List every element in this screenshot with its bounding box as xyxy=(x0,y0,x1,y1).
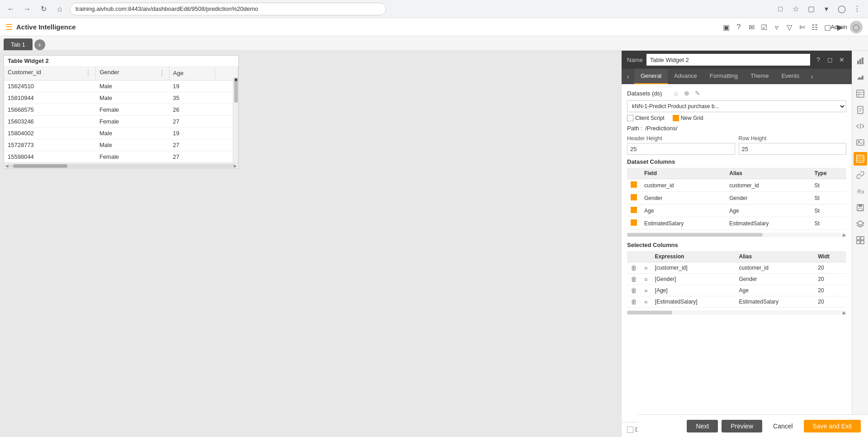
tab-theme[interactable]: Theme xyxy=(744,69,775,84)
tab-prev-button[interactable]: ‹ xyxy=(622,69,634,84)
col-check-3[interactable] xyxy=(631,219,637,226)
dataset-column-row: Gender Gender St xyxy=(627,192,846,204)
tab-advance[interactable]: Advance xyxy=(668,69,703,84)
sidebar-grid2-icon[interactable] xyxy=(854,233,867,247)
sidebar-area-chart-icon[interactable] xyxy=(854,71,867,84)
col-menu-gender[interactable]: ⋮ xyxy=(158,69,165,77)
url-text: training.aivhub.com:8443/aiv/dashboardEd… xyxy=(75,5,258,12)
delete-row-0[interactable]: 🗑 xyxy=(631,264,637,271)
col-header-type: Type xyxy=(811,168,846,179)
ds-add-icon[interactable]: ⊕ xyxy=(682,89,691,98)
selected-columns-table: Expression Alias Widt 🗑 = [customer_id] … xyxy=(627,251,846,308)
tab-1-label: Tab 1 xyxy=(11,41,25,48)
delete-row-2[interactable]: 🗑 xyxy=(631,287,637,294)
svg-text:Rx: Rx xyxy=(857,188,864,195)
dataset-column-row: Age Age St xyxy=(627,204,846,217)
sel-col-header-alias: Alias xyxy=(736,251,815,262)
delete-row-3[interactable]: 🗑 xyxy=(631,298,637,305)
col-customer-id: Customer_id ⋮ xyxy=(4,66,96,81)
save-exit-button[interactable]: Save and Exit xyxy=(804,420,852,432)
panel-header: Name ? ◻ ✕ xyxy=(622,51,852,69)
sidebar-link-icon[interactable] xyxy=(854,168,867,182)
extensions-button[interactable]: ▾ xyxy=(820,3,833,15)
vertical-scrollbar[interactable]: ▲ ▼ xyxy=(233,78,238,163)
data-table: Customer_id ⋮ Gender ⋮ Age xyxy=(4,66,238,163)
sel-col-header-widt: Widt xyxy=(814,251,846,262)
header-height-input[interactable] xyxy=(627,143,735,155)
grid-icon[interactable]: ☷ xyxy=(809,22,820,33)
close-panel-icon[interactable]: ✕ xyxy=(837,55,846,64)
preview-button[interactable]: Preview xyxy=(722,420,762,432)
table-row: 15668575 Female 26 xyxy=(4,104,238,116)
new-grid-checkbox[interactable] xyxy=(673,115,679,121)
play-icon[interactable]: ▶ xyxy=(835,22,845,33)
filter-icon[interactable]: ▿ xyxy=(771,22,782,33)
tab-bar: Tab 1 + xyxy=(0,36,868,51)
comment-icon[interactable]: ☑ xyxy=(759,22,769,33)
ds-edit-icon[interactable]: ✎ xyxy=(693,89,702,98)
col-menu-customer[interactable]: ⋮ xyxy=(85,69,92,77)
cancel-button[interactable]: Cancel xyxy=(766,420,800,432)
columns-horizontal-scroll[interactable]: ▶ xyxy=(627,233,846,237)
delete-row-1[interactable]: 🗑 xyxy=(631,276,637,283)
sidebar-document-icon[interactable] xyxy=(854,103,867,117)
scissors-icon[interactable]: ✄ xyxy=(797,22,807,33)
sidebar-table2-icon[interactable] xyxy=(854,152,867,166)
menu-button[interactable]: ⋮ xyxy=(851,3,863,15)
add-tab-button[interactable]: + xyxy=(34,39,45,50)
app-title: Active Intelligence xyxy=(16,23,76,31)
selected-cols-scroll[interactable]: ▶ xyxy=(627,310,846,315)
col-header-alias: Alias xyxy=(726,168,811,179)
svg-rect-0 xyxy=(857,61,859,64)
help-icon[interactable]: ? xyxy=(733,22,744,33)
panel-name-input[interactable] xyxy=(646,54,810,66)
sidebar-code-icon[interactable] xyxy=(854,119,867,133)
mail-icon[interactable]: ✉ xyxy=(746,22,757,33)
screenshot-button[interactable]: ▢ xyxy=(805,3,817,15)
dataset-columns-table: Field Alias Type customer_id customer_id… xyxy=(627,168,846,230)
monitor-icon[interactable]: ▢ xyxy=(822,22,833,33)
ds-home-icon[interactable]: ⌂ xyxy=(671,89,680,98)
row-height-input[interactable] xyxy=(739,143,847,155)
panel-name-label: Name xyxy=(627,57,643,63)
bookmark-icon[interactable]: ▣ xyxy=(721,22,731,33)
star-button[interactable]: ☆ xyxy=(789,3,802,15)
canvas-area: Table Widget 2 Customer_id ⋮ Gender ⋮ xyxy=(0,51,621,437)
col-check-0[interactable] xyxy=(631,181,637,188)
right-sidebar: Rx xyxy=(852,51,868,437)
delete-all-checkbox[interactable] xyxy=(627,427,633,433)
svg-rect-25 xyxy=(857,241,860,244)
cast-button[interactable]: □ xyxy=(774,3,787,15)
reload-button[interactable]: ↻ xyxy=(37,3,50,15)
sidebar-table-icon[interactable] xyxy=(854,87,867,100)
client-script-checkbox[interactable] xyxy=(627,115,633,121)
main-layout: Table Widget 2 Customer_id ⋮ Gender ⋮ xyxy=(0,51,868,437)
browser-chrome: ← → ↻ ⌂ training.aivhub.com:8443/aiv/das… xyxy=(0,0,868,18)
url-bar[interactable]: training.aivhub.com:8443/aiv/dashboardEd… xyxy=(70,3,386,15)
tab-general[interactable]: General xyxy=(634,69,668,84)
tab-next-button[interactable]: › xyxy=(806,69,818,84)
tab-1[interactable]: Tab 1 xyxy=(4,38,33,50)
dataset-columns-title: Dataset Columns xyxy=(627,158,846,165)
sidebar-save-icon[interactable] xyxy=(854,201,867,214)
horizontal-scrollbar[interactable]: ◀ ▶ xyxy=(4,163,238,168)
sidebar-chart-bar-icon[interactable] xyxy=(854,54,867,68)
sidebar-image-icon[interactable] xyxy=(854,136,867,149)
home-button[interactable]: ⌂ xyxy=(53,3,66,15)
hamburger-icon[interactable]: ☰ xyxy=(5,22,13,32)
forward-button[interactable]: → xyxy=(21,3,33,15)
sidebar-layers-icon[interactable] xyxy=(854,217,867,231)
col-check-1[interactable] xyxy=(631,194,637,200)
help-panel-icon[interactable]: ? xyxy=(814,55,823,64)
filter2-icon[interactable]: ▽ xyxy=(784,22,795,33)
resize-panel-icon[interactable]: ◻ xyxy=(826,55,835,64)
tab-events[interactable]: Events xyxy=(775,69,806,84)
profile-button[interactable]: ◯ xyxy=(835,3,848,15)
sidebar-rx-icon[interactable]: Rx xyxy=(854,185,867,198)
dataset-select[interactable]: kNN-1-Predict Product purchase b... xyxy=(627,100,846,112)
admin-avatar[interactable]: ◯ xyxy=(850,21,863,33)
tab-formatting[interactable]: Formatting xyxy=(703,69,744,84)
col-check-2[interactable] xyxy=(631,207,637,213)
next-button[interactable]: Next xyxy=(687,420,718,432)
back-button[interactable]: ← xyxy=(5,3,17,15)
